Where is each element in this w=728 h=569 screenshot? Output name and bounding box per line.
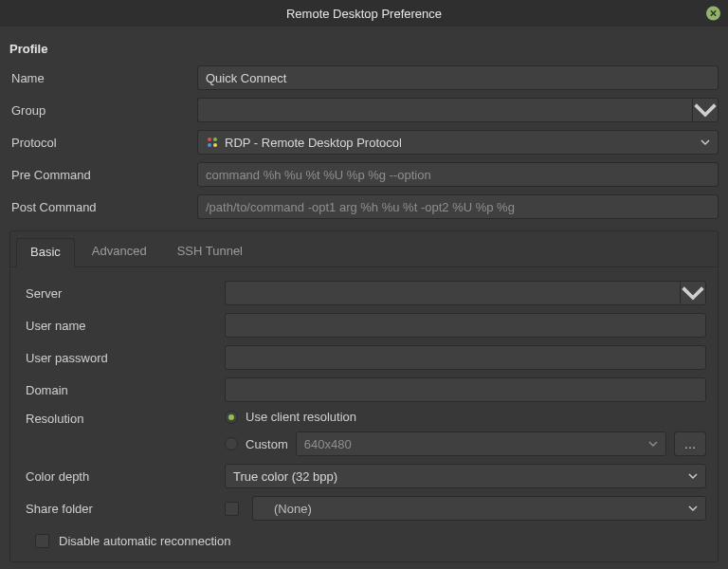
protocol-label: Protocol bbox=[9, 136, 197, 150]
domain-label: Domain bbox=[22, 383, 225, 397]
password-label: User password bbox=[22, 351, 225, 365]
close-icon[interactable] bbox=[706, 7, 720, 21]
password-input[interactable] bbox=[225, 345, 706, 370]
server-label: Server bbox=[22, 286, 225, 301]
resolution-label: Resolution bbox=[22, 410, 225, 426]
radio-client-resolution[interactable]: Use client resolution bbox=[225, 410, 706, 424]
share-folder-value: (None) bbox=[261, 502, 688, 516]
protocol-icon bbox=[206, 136, 219, 149]
color-depth-combo[interactable]: True color (32 bpp) bbox=[225, 464, 706, 488]
svg-point-2 bbox=[208, 138, 211, 141]
domain-input[interactable] bbox=[225, 377, 706, 402]
group-label: Group bbox=[9, 103, 197, 118]
tab-advanced[interactable]: Advanced bbox=[79, 238, 160, 267]
tab-basic[interactable]: Basic bbox=[16, 238, 75, 267]
custom-resolution-value: 640x480 bbox=[304, 437, 648, 451]
checkbox-icon bbox=[35, 534, 49, 548]
color-depth-value: True color (32 bpp) bbox=[233, 469, 688, 484]
radio-icon bbox=[225, 437, 238, 450]
window-title: Remote Desktop Preference bbox=[286, 7, 442, 21]
chevron-down-icon[interactable] bbox=[680, 281, 706, 305]
precommand-label: Pre Command bbox=[9, 168, 197, 182]
svg-point-4 bbox=[208, 143, 211, 147]
radio-icon bbox=[225, 411, 238, 424]
tab-ssh-tunnel[interactable]: SSH Tunnel bbox=[164, 238, 256, 267]
custom-resolution-combo[interactable]: 640x480 bbox=[296, 431, 666, 456]
chevron-down-icon bbox=[701, 139, 710, 145]
chevron-down-icon[interactable] bbox=[692, 98, 719, 122]
protocol-value: RDP - Remote Desktop Protocol bbox=[225, 136, 701, 150]
share-folder-checkbox[interactable] bbox=[225, 502, 239, 516]
share-folder-combo[interactable]: (None) bbox=[252, 496, 706, 521]
group-combo[interactable] bbox=[197, 98, 719, 122]
share-folder-label: Share folder bbox=[22, 502, 225, 516]
disable-reconnection-label: Disable automatic reconnection bbox=[59, 534, 230, 548]
radio-custom-resolution[interactable]: Custom bbox=[225, 437, 288, 451]
username-label: User name bbox=[22, 319, 225, 333]
chevron-down-icon bbox=[648, 441, 658, 447]
tabs-container: Basic Advanced SSH Tunnel Server User na… bbox=[9, 230, 719, 562]
postcommand-label: Post Command bbox=[9, 200, 197, 214]
chevron-down-icon bbox=[688, 505, 698, 511]
name-label: Name bbox=[9, 71, 197, 85]
radio-client-label: Use client resolution bbox=[246, 410, 356, 424]
chevron-down-icon bbox=[688, 473, 698, 479]
postcommand-input[interactable] bbox=[197, 194, 719, 219]
profile-heading: Profile bbox=[9, 42, 719, 56]
protocol-combo[interactable]: RDP - Remote Desktop Protocol bbox=[197, 130, 719, 155]
name-input[interactable] bbox=[197, 65, 719, 90]
titlebar: Remote Desktop Preference bbox=[0, 0, 728, 27]
color-depth-label: Color depth bbox=[22, 469, 225, 484]
server-combo[interactable] bbox=[225, 281, 706, 305]
svg-point-5 bbox=[213, 143, 217, 147]
precommand-input[interactable] bbox=[197, 162, 719, 187]
radio-custom-label: Custom bbox=[246, 437, 288, 451]
svg-point-3 bbox=[213, 138, 217, 141]
disable-reconnection-checkbox[interactable]: Disable automatic reconnection bbox=[22, 528, 706, 548]
resolution-more-button[interactable]: … bbox=[674, 431, 706, 456]
username-input[interactable] bbox=[225, 313, 706, 338]
